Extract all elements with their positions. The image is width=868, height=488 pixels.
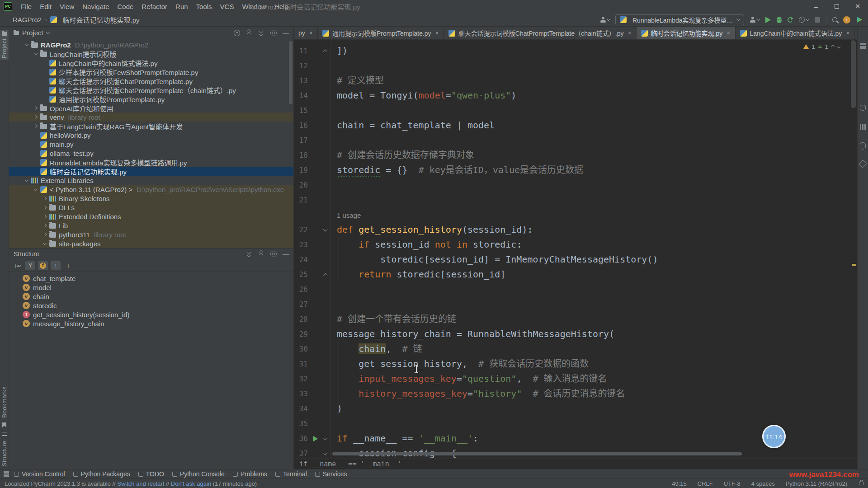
breadcrumb-file[interactable]: 临时会话记忆功能实现.py	[63, 15, 140, 24]
project-panel-title[interactable]: Project	[22, 29, 43, 37]
tab-close-icon[interactable]: ×	[435, 29, 439, 37]
line-number[interactable]: 13	[294, 76, 308, 85]
editor[interactable]: 11])1213# 定义模型14model = Tongyi(model="qw…	[294, 40, 857, 458]
line-number[interactable]: 31	[294, 360, 308, 368]
code-line[interactable]: 20	[294, 178, 857, 192]
tool-stripe-project[interactable]: Project	[0, 30, 9, 60]
run-button[interactable]	[765, 17, 771, 23]
fold-end-icon[interactable]	[323, 273, 328, 277]
collapse-all-icon[interactable]	[246, 30, 252, 36]
menu-item-file[interactable]: File	[17, 3, 36, 10]
tree-row[interactable]: python311library root	[9, 230, 293, 239]
code-line[interactable]: 18# 创建会话历史数据存储字典对象	[294, 148, 857, 163]
code-line[interactable]: 15	[294, 103, 857, 118]
select-opened-file-icon[interactable]	[234, 30, 240, 36]
code-line[interactable]: 26	[294, 282, 857, 297]
switch-and-restart-link[interactable]: Switch and restart	[117, 480, 164, 487]
code-line[interactable]: 33 history_messages_key="history" # 会话历史…	[294, 386, 857, 401]
line-number[interactable]: 37	[294, 449, 308, 458]
line-number[interactable]: 36	[294, 434, 308, 443]
breadcrumb-scope[interactable]: if __name__ == '__main__'	[299, 460, 401, 468]
code-line[interactable]: 29message_history_chain = RunnableWithMe…	[294, 327, 857, 342]
code-line[interactable]: 11])	[294, 43, 857, 58]
tree-row[interactable]: site-packages	[9, 239, 293, 248]
gutter[interactable]	[308, 401, 330, 416]
gutter[interactable]	[308, 118, 330, 133]
gutter[interactable]	[308, 237, 330, 252]
gutter[interactable]	[308, 431, 330, 446]
database-icon[interactable]	[860, 105, 866, 111]
tree-row[interactable]: LangChain提示词模版	[9, 49, 293, 58]
collapse-with-arrow-icon[interactable]: ↓	[63, 261, 73, 270]
code-line[interactable]: 32 input_messages_key="question", # 输入消息…	[294, 371, 857, 386]
code-line[interactable]: 27	[294, 297, 857, 312]
tree-row[interactable]: helloWorld.py	[9, 131, 293, 140]
hide-panel-icon[interactable]: —	[283, 30, 289, 36]
menu-item-code[interactable]: Code	[113, 3, 137, 10]
gutter[interactable]	[308, 267, 330, 282]
interpreter-widget[interactable]: Python 3.11 (RAGPro2)	[786, 480, 847, 487]
dont-ask-again-link[interactable]: Don't ask again	[171, 480, 211, 487]
expand-all-icon[interactable]	[246, 251, 252, 257]
tree-row[interactable]: 聊天会话提示词模版ChatPromptTemplate（chain链式）.py	[9, 85, 293, 94]
structure-item[interactable]: fget_session_history(session_id)	[9, 310, 293, 319]
structure-panel-title[interactable]: Structure	[14, 250, 39, 258]
code-line[interactable]: 28# 创建一个带有会话历史的链	[294, 312, 857, 327]
code-line[interactable]: 14model = Tongyi(model="qwen-plus")	[294, 88, 857, 103]
indent-widget[interactable]: 4 spaces	[751, 480, 775, 487]
menu-item-refactor[interactable]: Refactor	[137, 3, 171, 10]
line-number[interactable]: 14	[294, 91, 308, 100]
code-line[interactable]: 30 chain, # 链	[294, 342, 857, 357]
tree-row[interactable]: 临时会话记忆功能实现.py	[9, 167, 293, 176]
line-number[interactable]: 15	[294, 106, 308, 115]
gear-icon[interactable]	[270, 251, 277, 257]
gutter[interactable]	[308, 371, 330, 386]
code-with-me-icon[interactable]	[750, 17, 760, 23]
tool-window-button-todo[interactable]: TODO	[134, 469, 168, 479]
menu-item-navigate[interactable]: Navigate	[78, 3, 113, 10]
chevron-expanded-icon[interactable]	[22, 179, 31, 181]
menu-item-edit[interactable]: Edit	[36, 3, 56, 10]
line-number[interactable]: 24	[294, 255, 308, 264]
fold-region-icon[interactable]	[323, 227, 328, 231]
collapse-all-icon[interactable]	[258, 251, 264, 257]
editor-horizontal-scrollbar[interactable]	[332, 452, 742, 455]
gutter[interactable]	[308, 207, 330, 222]
gear-icon[interactable]	[270, 30, 277, 36]
code-line[interactable]: 31 get_session_history, # 获取会话历史数据的函数	[294, 357, 857, 371]
code-line[interactable]: 21	[294, 192, 857, 207]
gutter[interactable]	[308, 133, 330, 148]
tool-window-switcher-icon[interactable]	[4, 471, 9, 477]
warning-stripe-mark[interactable]	[852, 264, 856, 266]
tool-window-button-version-control[interactable]: Version Control	[10, 469, 69, 479]
gutter[interactable]	[308, 43, 330, 58]
line-number[interactable]: 27	[294, 300, 308, 309]
tree-row[interactable]: OpenAI库介绍和使用	[9, 103, 293, 113]
chevron-collapsed-icon[interactable]	[40, 206, 49, 209]
line-number[interactable]: 28	[294, 315, 308, 324]
menu-item-vcs[interactable]: VCS	[216, 3, 238, 10]
expand-with-arrow-icon[interactable]: ↑	[51, 261, 61, 270]
menu-item-tools[interactable]: Tools	[192, 3, 216, 10]
line-number[interactable]: 11	[294, 47, 308, 55]
chevron-collapsed-icon[interactable]	[40, 224, 49, 227]
code-line[interactable]: 25 return storedic[session_id]	[294, 267, 857, 282]
line-number[interactable]: 26	[294, 285, 308, 294]
line-number[interactable]: 22	[294, 225, 308, 234]
gutter[interactable]	[308, 252, 330, 267]
tree-row[interactable]: 基于LangChain实现RAG与Agent智能体开发	[9, 122, 293, 131]
gutter[interactable]	[308, 297, 330, 312]
code-line[interactable]: 16chain = chat_template | model	[294, 118, 857, 133]
maximize-button[interactable]	[826, 0, 847, 13]
encoding-widget[interactable]: UTF-8	[724, 480, 741, 487]
line-number[interactable]: 25	[294, 270, 308, 279]
breadcrumb-root[interactable]: RAGPro2	[13, 16, 42, 23]
layout-icon[interactable]	[860, 43, 866, 49]
chevron-collapsed-icon[interactable]	[40, 233, 49, 236]
tree-row[interactable]: 聊天会话提示词模版ChatPromptTemplate.py	[9, 76, 293, 85]
line-number[interactable]: 12	[294, 61, 308, 70]
chevron-expanded-icon[interactable]	[31, 188, 40, 190]
tree-row[interactable]: ollama_test.py	[9, 149, 293, 158]
tree-row[interactable]: < Python 3.11 (RAGPro2) >D:\python_pro\R…	[9, 185, 293, 194]
tab-close-icon[interactable]: ×	[627, 29, 631, 37]
